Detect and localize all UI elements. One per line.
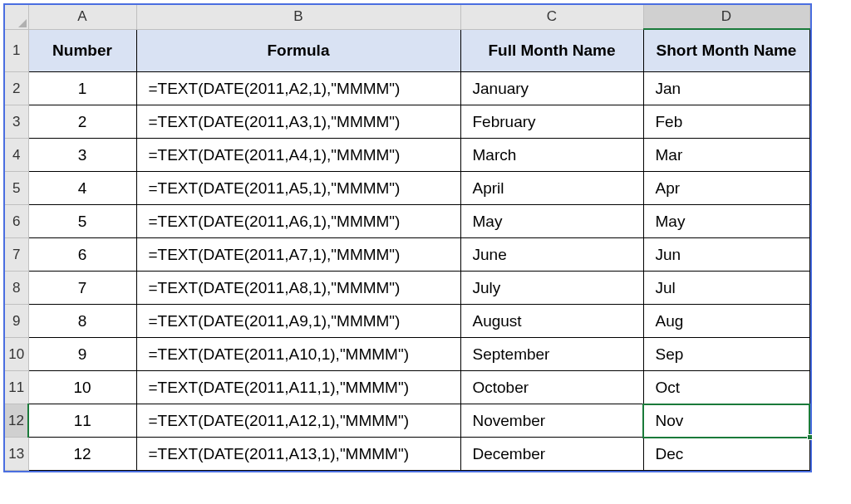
cell-a3[interactable]: 2 (28, 105, 136, 139)
row-header-4[interactable]: 4 (5, 139, 28, 172)
row-header-2[interactable]: 2 (5, 72, 28, 105)
row-header-7[interactable]: 7 (5, 238, 28, 272)
cell-d13[interactable]: Dec (643, 438, 809, 471)
cell-c9[interactable]: August (460, 305, 643, 338)
row-header-8[interactable]: 8 (5, 272, 28, 305)
cell-b12[interactable]: =TEXT(DATE(2011,A12,1),"MMMM") (136, 404, 460, 438)
cell-b9[interactable]: =TEXT(DATE(2011,A9,1),"MMMM") (136, 305, 460, 338)
cell-a13[interactable]: 12 (28, 438, 136, 471)
cell-d5[interactable]: Apr (643, 172, 809, 205)
row-header-1[interactable]: 1 (5, 29, 28, 72)
col-header-d[interactable]: D (643, 5, 809, 29)
row-header-6[interactable]: 6 (5, 205, 28, 238)
header-full-month[interactable]: Full Month Name (460, 29, 643, 72)
cell-d7[interactable]: Jun (643, 238, 809, 272)
fill-handle[interactable] (807, 434, 813, 440)
cell-c7[interactable]: June (460, 238, 643, 272)
cell-b5[interactable]: =TEXT(DATE(2011,A5,1),"MMMM") (136, 172, 460, 205)
cell-a11[interactable]: 10 (28, 371, 136, 404)
row-header-12[interactable]: 12 (5, 404, 28, 438)
cell-c3[interactable]: February (460, 105, 643, 139)
cell-d11[interactable]: Oct (643, 371, 809, 404)
cell-b10[interactable]: =TEXT(DATE(2011,A10,1),"MMMM") (136, 338, 460, 371)
cell-a7[interactable]: 6 (28, 238, 136, 272)
row-header-3[interactable]: 3 (5, 105, 28, 139)
spreadsheet-table: A B C D 1 Number Formula Full Month Name… (5, 5, 810, 471)
cell-b4[interactable]: =TEXT(DATE(2011,A4,1),"MMMM") (136, 139, 460, 172)
cell-d9[interactable]: Aug (643, 305, 809, 338)
cell-a8[interactable]: 7 (28, 272, 136, 305)
cell-a5[interactable]: 4 (28, 172, 136, 205)
row-header-11[interactable]: 11 (5, 371, 28, 404)
select-all-icon (18, 19, 27, 27)
cell-b8[interactable]: =TEXT(DATE(2011,A8,1),"MMMM") (136, 272, 460, 305)
cell-c8[interactable]: July (460, 272, 643, 305)
header-formula[interactable]: Formula (136, 29, 460, 72)
cell-c13[interactable]: December (460, 438, 643, 471)
cell-b2[interactable]: =TEXT(DATE(2011,A2,1),"MMMM") (136, 72, 460, 105)
col-header-a[interactable]: A (28, 5, 136, 29)
col-header-c[interactable]: C (460, 5, 643, 29)
header-number[interactable]: Number (28, 29, 136, 72)
cell-c6[interactable]: May (460, 205, 643, 238)
cell-d3[interactable]: Feb (643, 105, 809, 139)
cell-d2[interactable]: Jan (643, 72, 809, 105)
cell-a12[interactable]: 11 (28, 404, 136, 438)
cell-a9[interactable]: 8 (28, 305, 136, 338)
cell-c10[interactable]: September (460, 338, 643, 371)
row-header-9[interactable]: 9 (5, 305, 28, 338)
cell-d6[interactable]: May (643, 205, 809, 238)
cell-c5[interactable]: April (460, 172, 643, 205)
cell-d12-value: Nov (656, 412, 684, 429)
cell-d10[interactable]: Sep (643, 338, 809, 371)
row-header-10[interactable]: 10 (5, 338, 28, 371)
cell-b7[interactable]: =TEXT(DATE(2011,A7,1),"MMMM") (136, 238, 460, 272)
row-header-5[interactable]: 5 (5, 172, 28, 205)
col-header-b[interactable]: B (136, 5, 460, 29)
cell-b13[interactable]: =TEXT(DATE(2011,A13,1),"MMMM") (136, 438, 460, 471)
cell-c12[interactable]: November (460, 404, 643, 438)
select-all-corner[interactable] (5, 5, 28, 29)
cell-a4[interactable]: 3 (28, 139, 136, 172)
cell-a6[interactable]: 5 (28, 205, 136, 238)
cell-d12[interactable]: Nov (643, 404, 809, 438)
row-header-13[interactable]: 13 (5, 438, 28, 471)
cell-a10[interactable]: 9 (28, 338, 136, 371)
cell-c11[interactable]: October (460, 371, 643, 404)
cell-b11[interactable]: =TEXT(DATE(2011,A11,1),"MMMM") (136, 371, 460, 404)
cell-c2[interactable]: January (460, 72, 643, 105)
cell-c4[interactable]: March (460, 139, 643, 172)
cell-d8[interactable]: Jul (643, 272, 809, 305)
cell-b6[interactable]: =TEXT(DATE(2011,A6,1),"MMMM") (136, 205, 460, 238)
header-short-month[interactable]: Short Month Name (643, 29, 809, 72)
cell-d4[interactable]: Mar (643, 139, 809, 172)
cell-b3[interactable]: =TEXT(DATE(2011,A3,1),"MMMM") (136, 105, 460, 139)
spreadsheet: A B C D 1 Number Formula Full Month Name… (3, 3, 812, 472)
cell-a2[interactable]: 1 (28, 72, 136, 105)
